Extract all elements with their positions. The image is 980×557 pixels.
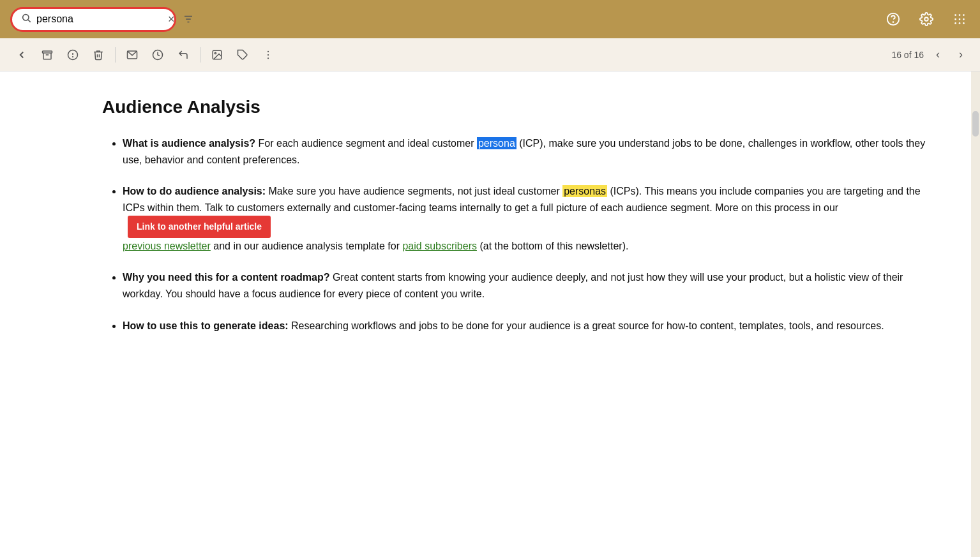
search-filter-button[interactable]	[183, 13, 194, 25]
tag-button[interactable]	[231, 43, 254, 66]
apps-button[interactable]	[949, 9, 970, 29]
svg-point-29	[268, 57, 269, 59]
bullet2-text3: and in our audience analysis template fo…	[211, 241, 403, 251]
bullet3-bold: Why you need this for a content roadmap?	[123, 272, 329, 283]
bullet2-text1: Make sure you have audience segments, no…	[269, 186, 563, 197]
next-page-button[interactable]: ›	[952, 46, 970, 64]
list-item: How to do audience analysis: Make sure y…	[123, 183, 929, 254]
back-button[interactable]	[10, 43, 33, 66]
list-item: What is audience analysis? For each audi…	[123, 135, 929, 168]
search-input[interactable]	[36, 13, 158, 25]
list-item: How to use this to generate ideas: Resea…	[123, 318, 929, 334]
toolbar-divider-2	[200, 47, 200, 63]
svg-rect-17	[43, 51, 52, 53]
alert-button[interactable]	[61, 43, 84, 66]
list-item: Why you need this for a content roadmap?…	[123, 269, 929, 302]
main-content: Audience Analysis What is audience analy…	[0, 71, 980, 557]
article-list: What is audience analysis? For each audi…	[102, 135, 929, 334]
svg-point-15	[959, 22, 961, 24]
top-bar: ×	[0, 0, 980, 38]
previous-newsletter-link[interactable]: previous newsletter	[123, 241, 211, 251]
svg-point-21	[73, 56, 73, 57]
search-icon	[21, 13, 31, 26]
bullet2-highlight-yellow: personas	[562, 185, 607, 197]
svg-point-13	[963, 19, 965, 20]
mail-button[interactable]	[121, 43, 144, 66]
annotation-badge: Link to another helpful article	[128, 216, 271, 237]
svg-point-27	[268, 50, 269, 52]
svg-point-14	[954, 22, 956, 24]
delete-button[interactable]	[87, 43, 110, 66]
toolbar: 16 of 16 ‹ ›	[0, 38, 980, 71]
image-button[interactable]	[206, 43, 229, 66]
scrollbar[interactable]	[971, 71, 980, 557]
pagination: 16 of 16 ‹ ›	[891, 46, 970, 64]
schedule-button[interactable]	[146, 43, 169, 66]
svg-point-9	[959, 14, 961, 16]
svg-point-6	[893, 22, 894, 22]
top-bar-right	[883, 9, 970, 29]
svg-point-28	[268, 54, 269, 55]
svg-point-0	[23, 15, 29, 20]
bullet1-text1: For each audience segment and ideal cust…	[259, 138, 477, 149]
scrollbar-thumb	[972, 111, 979, 137]
toolbar-divider-1	[115, 47, 116, 63]
prev-page-button[interactable]: ‹	[929, 46, 947, 64]
help-button[interactable]	[883, 9, 903, 29]
svg-point-12	[959, 19, 961, 20]
svg-point-16	[963, 22, 965, 24]
svg-line-1	[28, 20, 31, 22]
svg-point-10	[963, 14, 965, 16]
bullet2-text4: (at the bottom of this newsletter).	[477, 241, 628, 251]
reply-button[interactable]	[172, 43, 195, 66]
paid-subscribers-link[interactable]: paid subscribers	[402, 241, 477, 251]
bullet4-bold: How to use this to generate ideas:	[123, 320, 289, 331]
search-clear-button[interactable]: ×	[168, 13, 175, 26]
bullet4-text: Researching workflows and jobs to be don…	[291, 320, 884, 331]
more-button[interactable]	[257, 43, 280, 66]
svg-point-25	[215, 52, 216, 54]
archive-button[interactable]	[36, 43, 59, 66]
pagination-text: 16 of 16	[891, 50, 924, 60]
settings-button[interactable]	[916, 9, 937, 29]
bullet2-bold: How to do audience analysis:	[123, 186, 266, 197]
svg-point-8	[954, 14, 956, 16]
bullet1-bold: What is audience analysis?	[123, 138, 255, 149]
search-box[interactable]: ×	[10, 7, 176, 32]
article-title: Audience Analysis	[102, 97, 929, 117]
svg-point-7	[924, 17, 928, 21]
bullet1-highlight-blue: persona	[477, 137, 516, 149]
svg-point-11	[954, 19, 956, 20]
